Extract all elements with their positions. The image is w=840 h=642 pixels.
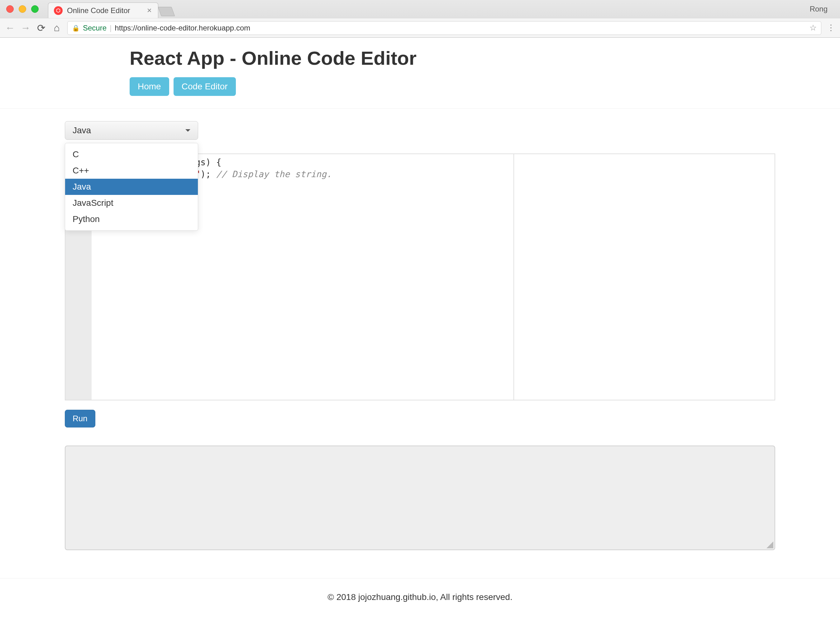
dropdown-option-javascript[interactable]: JavaScript bbox=[65, 195, 198, 211]
dropdown-option-python[interactable]: Python bbox=[65, 211, 198, 227]
code-editor-button[interactable]: Code Editor bbox=[174, 77, 236, 96]
url-text: https://online-code-editor.herokuapp.com bbox=[115, 24, 250, 32]
maximize-window-icon[interactable] bbox=[31, 5, 39, 13]
url-bar: ← → ⟳ ⌂ 🔒 Secure | https://online-code-e… bbox=[0, 18, 840, 37]
output-textarea[interactable] bbox=[65, 446, 775, 550]
browser-tab-bar: ⬡ Online Code Editor × Rong bbox=[0, 0, 840, 18]
footer-text: © 2018 jojozhuang.github.io, All rights … bbox=[327, 592, 512, 602]
content-area: Java C C++ Java JavaScript Python id mai… bbox=[0, 109, 840, 550]
page-content: React App - Online Code Editor Home Code… bbox=[0, 38, 840, 616]
resize-handle-icon[interactable] bbox=[767, 541, 773, 548]
favicon-icon: ⬡ bbox=[54, 6, 63, 15]
home-button[interactable]: Home bbox=[130, 77, 169, 96]
chevron-down-icon bbox=[185, 129, 190, 132]
bookmark-star-icon[interactable]: ☆ bbox=[809, 23, 817, 33]
home-icon[interactable]: ⌂ bbox=[52, 22, 62, 34]
secure-label: Secure bbox=[83, 24, 107, 32]
run-row: Run bbox=[65, 410, 775, 428]
page-title: React App - Online Code Editor bbox=[130, 47, 710, 69]
dropdown-option-c[interactable]: C bbox=[65, 146, 198, 162]
language-dropdown-menu: C C++ Java JavaScript Python bbox=[65, 143, 198, 231]
language-selected-label: Java bbox=[73, 125, 91, 135]
tab-title: Online Code Editor bbox=[67, 6, 130, 15]
language-dropdown: Java C C++ Java JavaScript Python bbox=[65, 121, 198, 140]
reload-icon[interactable]: ⟳ bbox=[36, 22, 46, 34]
page-footer: © 2018 jojozhuang.github.io, All rights … bbox=[0, 578, 840, 616]
dropdown-option-java[interactable]: Java bbox=[65, 179, 198, 195]
browser-tab[interactable]: ⬡ Online Code Editor × bbox=[48, 3, 158, 18]
tab-close-icon[interactable]: × bbox=[147, 6, 152, 15]
forward-icon[interactable]: → bbox=[21, 22, 31, 34]
dropdown-option-cpp[interactable]: C++ bbox=[65, 162, 198, 179]
new-tab-button[interactable] bbox=[158, 7, 175, 16]
url-divider: | bbox=[110, 24, 112, 32]
browser-menu-icon[interactable]: ⋮ bbox=[827, 23, 835, 33]
window-controls bbox=[6, 5, 39, 13]
browser-chrome: ⬡ Online Code Editor × Rong ← → ⟳ ⌂ 🔒 Se… bbox=[0, 0, 840, 38]
address-bar[interactable]: 🔒 Secure | https://online-code-editor.he… bbox=[67, 21, 821, 35]
minimize-window-icon[interactable] bbox=[19, 5, 26, 13]
close-window-icon[interactable] bbox=[6, 5, 14, 13]
lock-icon: 🔒 bbox=[72, 24, 80, 32]
page-header: React App - Online Code Editor Home Code… bbox=[0, 38, 840, 109]
preview-pane bbox=[514, 154, 775, 400]
nav-buttons: Home Code Editor bbox=[130, 77, 710, 96]
profile-label[interactable]: Rong bbox=[810, 5, 834, 13]
back-icon[interactable]: ← bbox=[5, 22, 15, 34]
run-button[interactable]: Run bbox=[65, 410, 95, 428]
language-select-button[interactable]: Java bbox=[65, 121, 198, 140]
